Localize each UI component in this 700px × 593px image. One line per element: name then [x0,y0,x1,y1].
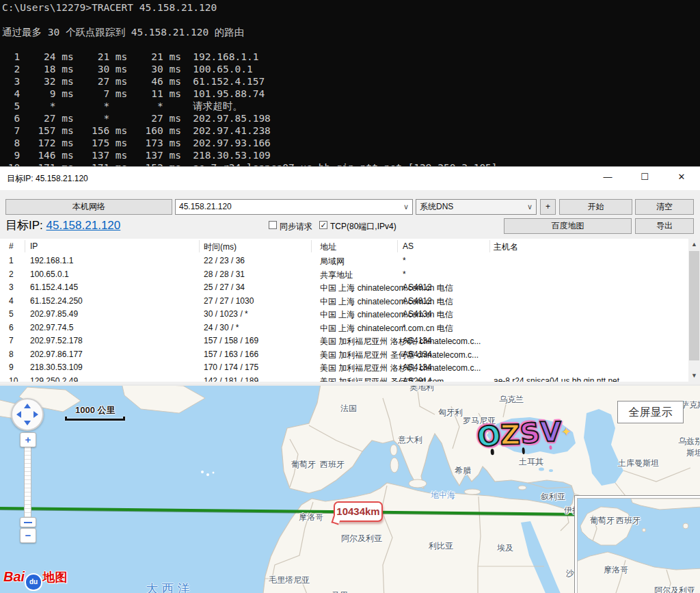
vertical-scrollbar[interactable]: ▲ ▼ [688,239,700,382]
baidu-paw-icon: du [25,573,42,591]
fullscreen-button[interactable]: 全屏显示 [617,401,684,423]
table-cell: 100.65.0.1 [30,269,69,279]
table-body: 1192.168.1.122 / 23 / 36局域网*2100.65.0.12… [0,254,688,382]
atlantic-ocean-label: 大西洋 [146,581,193,593]
baidu-map-panel[interactable]: 奥地利法国匈牙利罗马尼亚乌克兰意大利希腊土耳其葡萄牙西班牙摩洛哥阿尔及利亚利比亚… [0,384,700,593]
terminal-window[interactable]: C:\Users\12279>TRACERT 45.158.21.120 通过最… [0,0,700,166]
inset-overview-map[interactable]: 葡萄牙西班牙摩洛哥阿尔及利亚 [574,495,700,593]
distance-label: 10434km [334,501,383,522]
target-ip-combobox[interactable]: 45.158.21.120 ∨ [175,199,413,215]
column-separator [25,240,25,252]
table-cell: * [403,256,406,265]
table-row[interactable]: 10129.250.2.49142 / 181 / 189美国 加利福尼亚州 圣… [0,374,688,382]
zoom-out-button[interactable]: − [20,528,36,543]
table-cell: 218.30.53.109 [30,363,83,372]
table-cell: 202.97.74.5 [30,323,73,332]
table-cell: * [403,269,406,279]
table-cell: 局域网 [320,256,345,267]
table-cell: 美国 加利福尼亚州 洛杉矶, chinatelecom.c... [320,363,481,374]
table-row[interactable]: 361.152.4.14525 / 27 / 34中国 上海 chinatele… [0,280,688,294]
map-place-label: 阿尔及利亚 [341,533,382,544]
minimize-button[interactable]: — [592,167,623,187]
start-button[interactable]: 开始 [559,199,632,215]
sync-request-checkbox[interactable] [269,221,277,229]
local-network-button[interactable]: 本机网络 [5,199,172,215]
sync-request-label: 同步请求 [280,221,312,233]
pan-control[interactable] [11,398,44,431]
zoom-slider-thumb[interactable] [20,517,36,527]
table-cell: 共享地址 [320,269,353,281]
table-cell: * [403,323,406,332]
table-cell: 27 / 27 / 1030 [204,296,254,306]
table-cell: 170 / 174 / 175 [204,363,258,372]
clear-button[interactable]: 清空 [635,199,694,215]
table-row[interactable]: 8202.97.86.177157 / 163 / 166美国 加利福尼亚州 圣… [0,347,688,361]
baidu-logo[interactable]: Baidu地图 [3,569,67,591]
zoom-in-button[interactable]: + [20,432,36,447]
table-row[interactable]: 2100.65.0.128 / 28 / 31共享地址* [0,267,688,281]
column-header[interactable]: IP [30,241,38,251]
pan-right-icon[interactable] [33,411,38,418]
column-separator [489,240,490,252]
pan-up-icon[interactable] [24,404,31,408]
chevron-down-icon[interactable]: ∨ [527,200,533,214]
table-cell: 中国 上海 chinatelecom.com.cn 电信 [320,296,453,308]
scroll-up-icon[interactable]: ▲ [688,239,700,250]
table-row[interactable]: 6202.97.74.524 / 30 / *中国 上海 chinateleco… [0,321,688,334]
title-bar[interactable]: 目标IP: 45.158.21.120 — ☐ ✕ [0,167,700,190]
scroll-down-icon[interactable]: ▼ [688,370,700,382]
table-cell: AS4134 [403,336,432,345]
maximize-button[interactable]: ☐ [629,167,660,187]
scrollbar-thumb[interactable] [689,251,699,360]
table-cell: ae-8.r24.snjsca04.us.bb.gin.ntt.net [494,376,619,382]
map-water-label: 地中海 [431,490,455,501]
target-ip-value: 45.158.21.120 [179,202,232,211]
map-place-label: 利比亚 [429,540,453,552]
map-place-label: 西班牙 [320,459,345,471]
sticker-letter: V [539,418,561,446]
column-header[interactable]: 时间(ms) [204,241,237,253]
table-row[interactable]: 9218.30.53.109170 / 174 / 175美国 加利福尼亚州 洛… [0,360,688,374]
target-ip-link[interactable]: 45.158.21.120 [46,219,121,232]
target-ip-label: 目标IP: [5,219,43,232]
tcp-checkbox[interactable]: ✓ [319,221,327,229]
table-cell: 3 [9,282,14,292]
map-place-label: 法国 [340,403,357,414]
pan-left-icon[interactable] [16,411,21,418]
column-header[interactable]: AS [403,241,414,251]
baidu-map-button[interactable]: 百度地图 [504,218,632,234]
table-cell: 157 / 158 / 169 [204,336,258,345]
pan-down-icon[interactable] [24,421,31,425]
map-place-label: 乌克兰 [499,394,524,406]
inset-place-label: 阿尔及利亚 [654,585,695,593]
table-cell: 美国 加利福尼亚州 洛杉矶, chinatelecom.c... [320,336,481,347]
table-row[interactable]: 7202.97.52.178157 / 158 / 169美国 加利福尼亚州 洛… [0,334,688,347]
table-row[interactable]: 461.152.24.25027 / 27 / 1030中国 上海 chinat… [0,294,688,308]
inset-place-label: 西班牙 [616,515,641,527]
close-button[interactable]: ✕ [666,167,697,187]
map-place-label: 乌兹别克斯坦 [678,436,700,459]
export-button[interactable]: 导出 [635,218,694,234]
column-header[interactable]: 主机名 [494,241,518,253]
map-place-label: 意大利 [398,434,422,446]
table-header[interactable]: #IP时间(ms)地址AS主机名 [0,239,688,254]
table-cell: 美国 加利福尼亚州 圣何塞 chinatelecom.c... [320,350,479,361]
sticker-letter: Z [500,421,521,449]
add-target-button[interactable]: + [540,199,556,215]
table-cell: 中国 上海 chinatelecom.com.cn 电信 [320,323,453,334]
map-place-label: 埃及 [497,542,513,554]
table-row[interactable]: 5202.97.85.4930 / 1023 / *中国 上海 chinatel… [0,307,688,321]
column-header[interactable]: # [9,241,14,251]
inset-place-label: 摩洛哥 [604,564,628,576]
column-header[interactable]: 地址 [320,241,336,253]
table-row[interactable]: 1192.168.1.122 / 23 / 36局域网* [0,254,688,267]
map-place-label: 叙利亚 [541,491,565,503]
map-place-label: 希腊 [455,465,471,477]
sticker-letter: S [519,419,541,448]
chevron-down-icon[interactable]: ∨ [403,200,409,214]
sticker-letter: O [476,421,502,451]
table-cell: 157 / 163 / 166 [204,350,258,359]
dns-combobox[interactable]: 系统DNS ∨ [416,199,537,215]
ozsv-sticker: OZSV✦ [476,417,572,451]
zoom-slider-track[interactable] [24,447,31,518]
